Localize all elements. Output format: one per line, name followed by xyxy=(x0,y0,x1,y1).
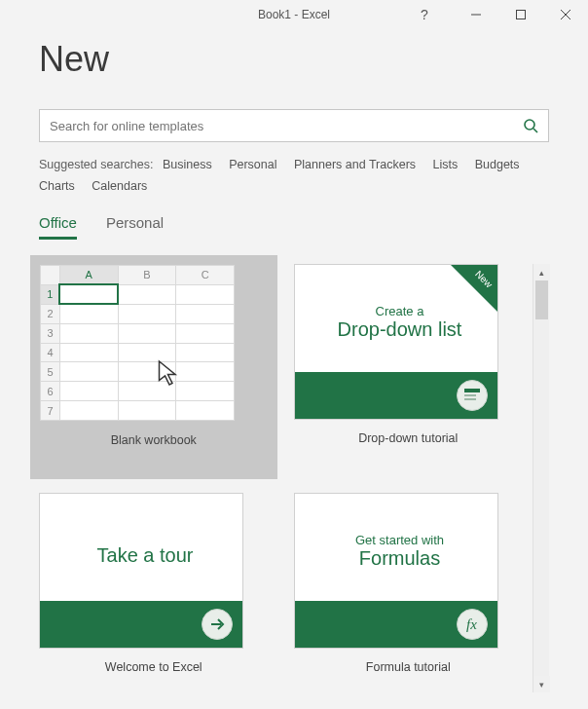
svg-rect-1 xyxy=(517,11,526,19)
svg-rect-6 xyxy=(464,389,480,392)
scroll-down-button[interactable]: ▾ xyxy=(533,676,550,692)
thumb-line2: Take a tour xyxy=(57,544,233,567)
template-dropdown-tutorial[interactable]: New Create a Drop-down list Drop-down tu… xyxy=(294,264,524,466)
template-thumb-blank: ABC 1 2 3 4 5 6 7 xyxy=(30,255,244,430)
window-controls xyxy=(454,0,588,29)
template-gallery: ABC 1 2 3 4 5 6 7 Blank workbook xyxy=(39,264,523,692)
thumb-line2: Formulas xyxy=(312,547,488,570)
search-box xyxy=(39,109,549,142)
titlebar: Book1 - Excel ? xyxy=(0,0,588,29)
thumb-line2: Drop-down list xyxy=(312,318,488,341)
template-thumb-dropdown: New Create a Drop-down list xyxy=(294,264,498,420)
scrollbar[interactable]: ▴ ▾ xyxy=(533,264,549,692)
suggested-link-personal[interactable]: Personal xyxy=(229,154,276,175)
template-thumb-formula: Get started with Formulas fx xyxy=(294,493,498,649)
template-label: Drop-down tutorial xyxy=(294,431,524,445)
search-input[interactable] xyxy=(40,110,513,141)
template-label: Formula tutorial xyxy=(294,660,524,674)
suggested-label: Suggested searches: xyxy=(39,158,153,171)
scroll-up-button[interactable]: ▴ xyxy=(533,264,550,280)
window-title: Book1 - Excel xyxy=(258,8,330,21)
tab-bar: Office Personal xyxy=(39,214,549,241)
minimize-button[interactable] xyxy=(454,0,498,29)
tab-personal[interactable]: Personal xyxy=(106,214,164,240)
template-blank-workbook[interactable]: ABC 1 2 3 4 5 6 7 Blank workbook xyxy=(30,255,277,479)
template-label: Welcome to Excel xyxy=(39,660,269,674)
template-thumb-welcome: Take a tour xyxy=(39,493,243,649)
scroll-thumb[interactable] xyxy=(535,280,548,319)
thumb-line1: Create a xyxy=(312,304,488,318)
maximize-button[interactable] xyxy=(498,0,543,29)
suggested-searches: Suggested searches: Business Personal Pl… xyxy=(39,154,549,197)
template-formula-tutorial[interactable]: Get started with Formulas fx Formula tut… xyxy=(294,493,524,692)
svg-rect-7 xyxy=(464,394,476,396)
template-label: Blank workbook xyxy=(39,433,269,447)
suggested-link-budgets[interactable]: Budgets xyxy=(475,154,520,175)
suggested-link-planners[interactable]: Planners and Trackers xyxy=(294,154,416,175)
suggested-link-charts[interactable]: Charts xyxy=(39,175,75,197)
suggested-link-business[interactable]: Business xyxy=(163,154,212,175)
svg-rect-8 xyxy=(464,398,476,400)
suggested-link-lists[interactable]: Lists xyxy=(433,154,459,175)
template-welcome-excel[interactable]: Take a tour Welcome to Excel xyxy=(39,493,269,692)
close-button[interactable] xyxy=(543,0,588,29)
search-icon xyxy=(523,118,538,133)
suggested-link-calendars[interactable]: Calendars xyxy=(92,175,147,197)
arrow-right-icon xyxy=(202,609,233,640)
thumb-line1: Get started with xyxy=(312,533,488,547)
dropdown-icon xyxy=(457,380,488,411)
help-button[interactable]: ? xyxy=(405,0,444,29)
tab-office[interactable]: Office xyxy=(39,214,77,240)
svg-line-5 xyxy=(533,129,537,132)
search-button[interactable] xyxy=(513,110,548,141)
fx-icon: fx xyxy=(457,609,488,640)
spreadsheet-preview: ABC 1 2 3 4 5 6 7 xyxy=(40,265,235,421)
cursor-icon xyxy=(155,358,184,388)
page-title: New xyxy=(39,39,549,80)
svg-point-4 xyxy=(525,120,534,130)
